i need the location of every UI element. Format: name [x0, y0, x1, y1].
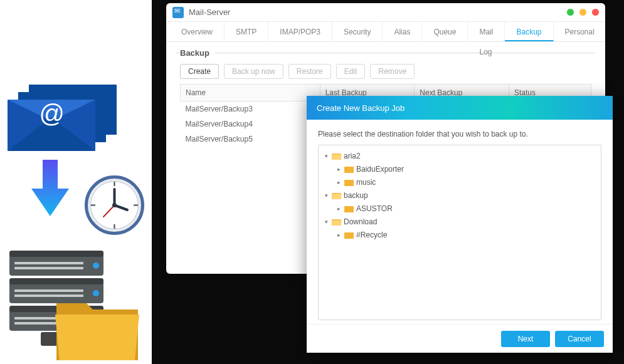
cell-name: MailServer/Backup5: [181, 132, 320, 147]
tree-node[interactable]: ▾Download: [321, 215, 598, 228]
tree-node-label: music: [356, 178, 376, 187]
app-icon: [172, 7, 184, 18]
tree-node[interactable]: ▸BaiduExporter: [321, 162, 598, 175]
tab-backup[interactable]: Backup: [505, 22, 553, 41]
svg-rect-18: [9, 251, 103, 257]
tab-imap-pop3[interactable]: IMAP/POP3: [268, 22, 332, 41]
svg-point-16: [112, 203, 117, 207]
maximize-button[interactable]: [579, 9, 586, 16]
tree-expander-icon[interactable]: ▾: [324, 153, 329, 159]
folder-icon: [344, 231, 354, 239]
create-button[interactable]: Create: [180, 64, 219, 79]
dialog-title[interactable]: Create New Backup Job: [307, 96, 613, 120]
mail-stack-graphic: @: [8, 78, 127, 153]
tree-node[interactable]: ▸music: [321, 175, 598, 189]
remove-button[interactable]: Remove: [370, 64, 415, 79]
tab-queue[interactable]: Queue: [422, 22, 468, 41]
folder-icon: [332, 218, 341, 226]
clock-graphic: [85, 175, 144, 235]
tree-node-label: BaiduExporter: [356, 165, 404, 174]
titlebar[interactable]: Mail-Server: [166, 3, 605, 22]
tree-expander-icon[interactable]: ▸: [336, 166, 342, 172]
tree-node[interactable]: ▸ASUSTOR: [321, 202, 598, 215]
cancel-button[interactable]: Cancel: [555, 331, 604, 347]
next-button[interactable]: Next: [501, 331, 550, 347]
svg-point-30: [93, 290, 99, 296]
svg-rect-26: [14, 294, 83, 297]
close-button[interactable]: [592, 9, 599, 16]
svg-rect-20: [9, 278, 103, 284]
tab-overview[interactable]: Overview: [170, 22, 225, 41]
svg-rect-25: [14, 289, 83, 292]
window-controls: [567, 9, 599, 16]
tab-security[interactable]: Security: [332, 22, 383, 41]
minimize-button[interactable]: [567, 9, 574, 16]
tree-node[interactable]: ▸#Recycle: [321, 228, 598, 241]
tree-node[interactable]: ▾aria2: [321, 149, 598, 162]
folder-icon: [344, 179, 354, 186]
create-backup-dialog: Create New Backup Job Please select the …: [307, 96, 613, 353]
cell-name: MailServer/Backup4: [181, 117, 320, 132]
tree-node-label: backup: [344, 191, 368, 200]
tree-node-label: ASUSTOR: [356, 204, 393, 213]
svg-text:@: @: [39, 100, 65, 127]
server-folder-graphic: [3, 251, 141, 362]
tree-node-label: Download: [344, 217, 377, 226]
tree-expander-icon[interactable]: ▸: [336, 179, 342, 185]
tree-node-label: aria2: [344, 152, 361, 160]
backup-toolbar: Create Back up now Restore Edit Remove: [180, 64, 591, 79]
tab-smtp[interactable]: SMTP: [225, 22, 268, 41]
tree-expander-icon[interactable]: ▾: [324, 192, 329, 199]
tree-expander-icon[interactable]: ▸: [336, 232, 342, 238]
col-name[interactable]: Name: [181, 85, 320, 101]
tab-personal[interactable]: Personal: [554, 22, 606, 41]
tree-node-label: #Recycle: [356, 231, 387, 239]
tab-mail-log[interactable]: Mail Log: [468, 22, 505, 41]
svg-rect-24: [14, 267, 83, 269]
tab-alias[interactable]: Alias: [383, 22, 422, 41]
window-title: Mail-Server: [189, 8, 230, 17]
svg-point-29: [93, 263, 99, 269]
tree-expander-icon[interactable]: ▾: [324, 219, 329, 225]
tree-expander-icon[interactable]: ▸: [336, 205, 342, 212]
arrow-down-graphic: [31, 160, 69, 216]
main-tabs: Overview SMTP IMAP/POP3 Security Alias Q…: [166, 22, 605, 42]
backup-now-button[interactable]: Back up now: [224, 64, 283, 79]
backup-section-title: Backup: [180, 48, 214, 58]
folder-icon: [332, 192, 341, 199]
dialog-instruction: Please select the destination folder tha…: [318, 130, 601, 138]
dialog-footer: Next Cancel: [307, 324, 613, 353]
folder-tree[interactable]: ▾aria2▸BaiduExporter▸music▾backup▸ASUSTO…: [318, 145, 601, 320]
tree-node[interactable]: ▾backup: [321, 189, 598, 202]
folder-icon: [332, 152, 341, 160]
restore-button[interactable]: Restore: [288, 64, 331, 79]
cell-name: MailServer/Backup3: [181, 101, 320, 117]
edit-button[interactable]: Edit: [336, 64, 366, 79]
folder-icon: [344, 165, 354, 173]
svg-rect-23: [14, 262, 83, 264]
folder-icon: [344, 205, 354, 212]
